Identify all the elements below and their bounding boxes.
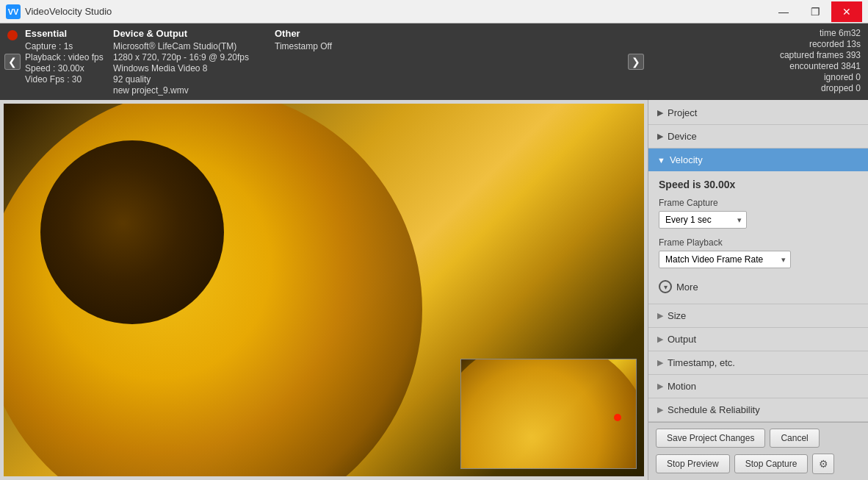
frame-capture-dropdown[interactable]: Every 1 sec Every 2 sec Every 5 sec Ever… bbox=[659, 211, 747, 229]
record-indicator bbox=[7, 30, 18, 40]
maximize-button[interactable]: ❐ bbox=[800, 1, 831, 22]
frame-playback-label: Frame Playback bbox=[659, 237, 858, 248]
device-section: ▶ Device bbox=[648, 125, 868, 148]
save-project-button[interactable]: Save Project Changes bbox=[656, 429, 765, 448]
stop-preview-button[interactable]: Stop Preview bbox=[656, 454, 730, 473]
output-label: Output bbox=[668, 334, 696, 345]
device-quality: 92 quality bbox=[113, 74, 275, 85]
more-circle-icon: ▾ bbox=[659, 280, 672, 293]
timestamp-label: Timestamp, etc. bbox=[668, 357, 735, 368]
device-filename: new project_9.wmv bbox=[113, 85, 275, 96]
timestamp-expand-arrow: ▶ bbox=[657, 358, 663, 368]
schedule-label: Schedule & Reliability bbox=[668, 404, 760, 415]
titlebar-left: VV VideoVelocity Studio bbox=[6, 4, 112, 19]
project-section-header[interactable]: ▶ Project bbox=[648, 101, 868, 124]
output-expand-arrow: ▶ bbox=[657, 334, 663, 344]
motion-expand-arrow: ▶ bbox=[657, 382, 663, 391]
info-stats: time 6m32 recorded 13s captured frames 3… bbox=[363, 28, 861, 96]
velocity-expand-arrow: ▼ bbox=[657, 156, 665, 165]
size-section[interactable]: ▶ Size bbox=[648, 304, 868, 328]
video-area bbox=[4, 104, 644, 476]
size-expand-arrow: ▶ bbox=[657, 311, 663, 320]
titlebar-controls: — ❐ ✕ bbox=[768, 1, 862, 22]
velocity-section-header[interactable]: ▼ Velocity bbox=[648, 148, 868, 171]
frame-capture-container: Frame Capture Every 1 sec Every 2 sec Ev… bbox=[659, 198, 858, 229]
device-expand-arrow: ▶ bbox=[657, 132, 663, 141]
video-main bbox=[4, 104, 644, 476]
schedule-section[interactable]: ▶ Schedule & Reliability bbox=[648, 398, 868, 422]
cancel-button[interactable]: Cancel bbox=[770, 429, 819, 448]
settings-button[interactable]: ⚙ bbox=[812, 454, 834, 474]
device-section-label: Device bbox=[668, 131, 697, 142]
velocity-section-label: Velocity bbox=[670, 154, 703, 165]
essential-header: Essential bbox=[25, 28, 113, 39]
device-codec: Windows Media Video 8 bbox=[113, 63, 275, 74]
project-section: ▶ Project bbox=[648, 101, 868, 125]
device-name: Microsoft® LifeCam Studio(TM) bbox=[113, 41, 275, 51]
panel-sections: ▶ Project ▶ Device ▼ Velocity bbox=[648, 100, 868, 422]
timestamp-section[interactable]: ▶ Timestamp, etc. bbox=[648, 351, 868, 375]
frame-capture-dropdown-wrapper: Every 1 sec Every 2 sec Every 5 sec Ever… bbox=[659, 211, 747, 229]
project-section-label: Project bbox=[668, 107, 697, 118]
stat-captured-frames: captured frames 393 bbox=[363, 50, 861, 60]
video-pip bbox=[460, 359, 637, 469]
device-section-header[interactable]: ▶ Device bbox=[648, 125, 868, 148]
bottom-buttons: Save Project Changes Cancel Stop Preview… bbox=[648, 422, 868, 480]
frame-playback-dropdown-wrapper: Match Video Frame Rate 15 fps 24 fps 30 … bbox=[659, 251, 791, 268]
motion-section[interactable]: ▶ Motion bbox=[648, 375, 868, 398]
info-bar: ❮ Essential Capture : 1s Playback : vide… bbox=[0, 24, 868, 100]
minimize-button[interactable]: — bbox=[768, 1, 799, 22]
stop-capture-button[interactable]: Stop Capture bbox=[734, 454, 809, 473]
device-resolution: 1280 x 720, 720p - 16:9 @ 9.20fps bbox=[113, 52, 275, 62]
info-essential: Essential Capture : 1s Playback : video … bbox=[25, 28, 113, 96]
more-button[interactable]: ▾ More bbox=[659, 277, 858, 296]
main-container: ❮ Essential Capture : 1s Playback : vide… bbox=[0, 24, 868, 480]
frame-capture-label: Frame Capture bbox=[659, 198, 858, 208]
velocity-speed-display: Speed is 30.00x bbox=[659, 179, 858, 190]
info-other: Other Timestamp Off bbox=[275, 28, 363, 96]
size-label: Size bbox=[668, 310, 686, 321]
frame-playback-dropdown[interactable]: Match Video Frame Rate 15 fps 24 fps 30 … bbox=[659, 251, 791, 268]
motion-label: Motion bbox=[668, 381, 696, 392]
content-area: ▶ Project ▶ Device ▼ Velocity bbox=[0, 100, 868, 480]
info-device: Device & Output Microsoft® LifeCam Studi… bbox=[113, 28, 275, 96]
info-content: Essential Capture : 1s Playback : video … bbox=[25, 28, 861, 96]
output-section[interactable]: ▶ Output bbox=[648, 328, 868, 351]
fps-info: Video Fps : 30 bbox=[25, 74, 113, 85]
velocity-section: ▼ Velocity Speed is 30.00x Frame Capture… bbox=[648, 148, 868, 304]
speed-info: Speed : 30.00x bbox=[25, 63, 113, 74]
playback-info: Playback : video fps bbox=[25, 52, 113, 62]
capture-info: Capture : 1s bbox=[25, 41, 113, 51]
stat-dropped: dropped 0 bbox=[363, 83, 861, 93]
app-icon: VV bbox=[6, 4, 21, 19]
action-row: Stop Preview Stop Capture ⚙ bbox=[656, 454, 861, 474]
more-label: More bbox=[676, 282, 698, 293]
timestamp-info: Timestamp Off bbox=[275, 41, 363, 51]
other-header: Other bbox=[275, 28, 363, 39]
frame-playback-container: Frame Playback Match Video Frame Rate 15… bbox=[659, 237, 858, 268]
project-expand-arrow: ▶ bbox=[657, 108, 663, 118]
stat-time: time 6m32 bbox=[363, 28, 861, 38]
velocity-content: Speed is 30.00x Frame Capture Every 1 se… bbox=[648, 171, 868, 304]
right-panel: ▶ Project ▶ Device ▼ Velocity bbox=[648, 100, 868, 480]
stat-ignored: ignored 0 bbox=[363, 72, 861, 82]
window-title: VideoVelocity Studio bbox=[25, 6, 112, 17]
device-header: Device & Output bbox=[113, 28, 275, 39]
nav-right-arrow[interactable]: ❯ bbox=[628, 54, 644, 70]
nav-left-arrow[interactable]: ❮ bbox=[4, 54, 21, 70]
title-bar: VV VideoVelocity Studio — ❐ ✕ bbox=[0, 0, 868, 24]
save-cancel-row: Save Project Changes Cancel bbox=[656, 429, 861, 448]
pip-record-dot bbox=[614, 414, 621, 421]
schedule-expand-arrow: ▶ bbox=[657, 405, 663, 415]
close-button[interactable]: ✕ bbox=[831, 1, 862, 22]
stat-recorded: recorded 13s bbox=[363, 39, 861, 49]
stat-encountered: encountered 3841 bbox=[363, 61, 861, 71]
